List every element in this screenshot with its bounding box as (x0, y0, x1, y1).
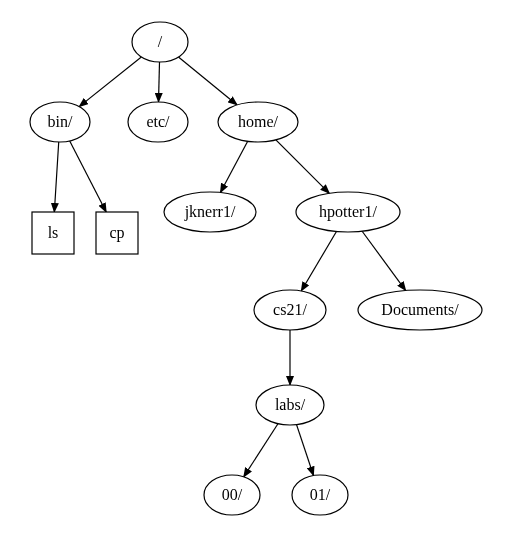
node-root-label: / (158, 33, 163, 50)
edge-hpotter1-cs21 (301, 232, 336, 292)
node-bin: bin/ (30, 102, 90, 142)
edge-home-hpotter1 (276, 140, 329, 193)
node-ls: ls (32, 212, 74, 254)
node-cp-label: cp (109, 224, 124, 242)
edge-bin-ls (54, 142, 58, 212)
edge-labs-l01 (297, 425, 314, 476)
node-l01: 01/ (292, 475, 348, 515)
edge-labs-l00 (244, 424, 278, 477)
node-jknerr1-label: jknerr1/ (184, 203, 236, 221)
edge-hpotter1-documents (362, 231, 406, 290)
edge-root-home (178, 57, 237, 105)
node-documents-label: Documents/ (381, 301, 459, 318)
node-home: home/ (218, 102, 298, 142)
edge-home-jknerr1 (220, 141, 247, 192)
node-bin-label: bin/ (48, 113, 73, 130)
node-cp: cp (96, 212, 138, 254)
node-cs21-label: cs21/ (273, 301, 307, 318)
node-etc-label: etc/ (146, 113, 170, 130)
node-l00-label: 00/ (222, 486, 243, 503)
node-etc: etc/ (128, 102, 188, 142)
node-l01-label: 01/ (310, 486, 331, 503)
node-l00: 00/ (204, 475, 260, 515)
node-labs-label: labs/ (275, 396, 306, 413)
node-documents: Documents/ (358, 290, 482, 330)
edge-root-bin (79, 57, 141, 107)
node-home-label: home/ (238, 113, 279, 130)
node-hpotter1: hpotter1/ (296, 192, 400, 232)
edge-root-etc (159, 62, 160, 102)
node-root: / (132, 22, 188, 62)
node-jknerr1: jknerr1/ (164, 192, 256, 232)
node-cs21: cs21/ (254, 290, 326, 330)
node-labs: labs/ (256, 385, 324, 425)
node-hpotter1-label: hpotter1/ (319, 203, 377, 221)
edge-bin-cp (70, 141, 107, 212)
filesystem-tree-diagram: /bin/etc/home/lscpjknerr1/hpotter1/cs21/… (0, 0, 507, 539)
node-ls-label: ls (48, 224, 59, 241)
